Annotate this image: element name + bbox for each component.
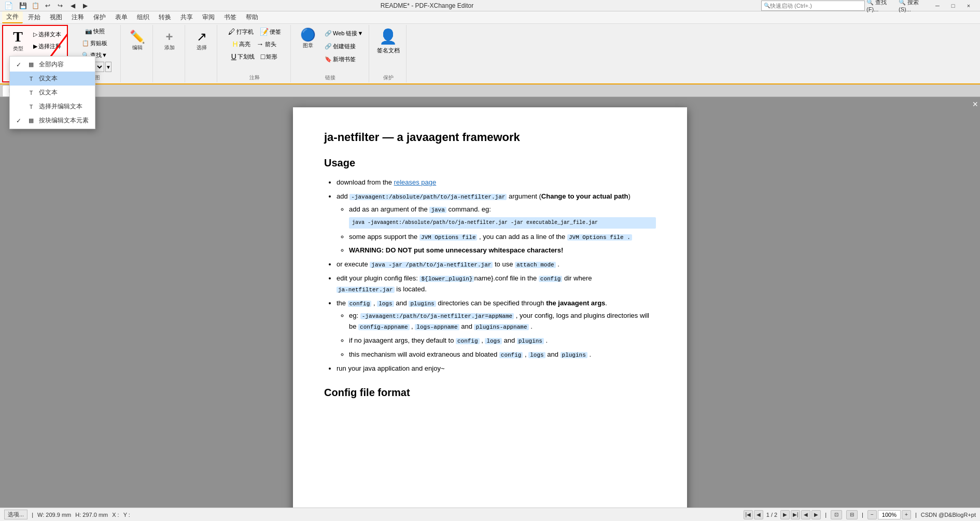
releases-page-link[interactable]: releases page (394, 178, 437, 186)
highlight-label: 高亮 (239, 40, 250, 48)
close-btn[interactable]: × (961, 1, 976, 10)
panel-close-btn[interactable]: × (972, 99, 978, 110)
dropdown-label-block-edit: 按块编辑文本元素 (39, 116, 89, 125)
ribbon-btn-note[interactable]: 📝 便签 (257, 26, 284, 37)
qa-save-btn[interactable]: 💾 (17, 0, 29, 11)
pdf-subitem-mechanism: this mechanism will avoid extraneous and… (349, 349, 656, 360)
add-label: 添加 (164, 44, 175, 51)
ribbon-btn-edit[interactable]: ✏️ 编辑 (127, 28, 148, 53)
menu-bookmark[interactable]: 书签 (220, 12, 241, 23)
menu-convert[interactable]: 转换 (155, 12, 175, 23)
pdf-list-item-directories: the config , logs and plugins directorie… (337, 298, 656, 360)
ribbon-btn-bookmark[interactable]: 🔖 新增书签 (322, 54, 366, 65)
menu-review[interactable]: 审阅 (198, 12, 219, 23)
ribbon-btn-create-link[interactable]: 🔗 创建链接 (322, 41, 366, 52)
fit-width-btn[interactable]: ⊟ (846, 510, 858, 519)
status-separator-4: | (915, 512, 917, 518)
maximize-btn[interactable]: □ (946, 1, 960, 10)
ribbon-btn-highlight[interactable]: H 高亮 (230, 38, 253, 50)
window-title: README* - PDF-XChange Editor (93, 2, 761, 9)
ribbon-btn-select-annotation[interactable]: ▶ 选择注释 (31, 41, 64, 52)
status-left: 选项... | W: 209.9 mm H: 297.0 mm X : Y : (4, 510, 737, 519)
ribbon-btn-select[interactable]: ↗ 选择 (191, 28, 212, 53)
quick-launch-search[interactable]: 🔍 (761, 1, 865, 11)
ribbon-btn-snapshot[interactable]: 📷 快照 (82, 26, 107, 37)
menu-annotate[interactable]: 注释 (67, 12, 88, 23)
qa-undo-btn[interactable]: ↩ (42, 0, 53, 11)
zoom-input[interactable] (878, 510, 901, 519)
find-btn[interactable]: 🔍 查找(F)... (866, 0, 897, 11)
dropdown-item-all[interactable]: ✓ ▦ 全部内容 (10, 58, 95, 72)
status-separator-1: | (32, 512, 33, 518)
protection-group-label: 保护 (383, 73, 394, 81)
code-plugins: plugins (409, 301, 436, 307)
nav-next-btn[interactable]: ▶ (780, 510, 790, 519)
ribbon-row-tools-top: T 类型 ▷ 选择文本 ▶ 选择注释 (6, 27, 64, 54)
ribbon-btn-select-text[interactable]: ▷ 选择文本 (31, 29, 64, 40)
zoom-in-btn[interactable]: + (902, 510, 911, 519)
dropdown-item-block-edit[interactable]: ✓ ▦ 按块编辑文本元素 (10, 114, 95, 128)
menu-share[interactable]: 共享 (176, 12, 197, 23)
ribbon-btn-typewriter[interactable]: 🖊 打字机 (226, 26, 256, 37)
bookmark-icon: 🔖 (325, 56, 332, 63)
minimize-btn[interactable]: ─ (930, 1, 945, 10)
note-icon: 📝 (260, 27, 269, 36)
code-logs: logs (377, 301, 394, 307)
search-btn[interactable]: 🔍 搜索(S)... (898, 0, 929, 11)
zoom-control: − + (867, 510, 911, 519)
page-info: 1 / 2 (764, 512, 779, 518)
nav-first-btn[interactable]: |◀ (744, 510, 753, 519)
tab-bar: README * × + (0, 85, 980, 97)
bookmark-label: 新增书签 (333, 55, 356, 63)
person-icon: 👤 (379, 28, 397, 45)
ribbon-btn-clipboard[interactable]: 📋 剪贴板 (79, 38, 110, 49)
edit-label: 编辑 (132, 44, 143, 51)
ribbon-group-annotation: 🖊 打字机 📝 便签 H 高亮 → 箭头 U 下划线 □ (218, 25, 291, 82)
ribbon-btn-type[interactable]: T 类型 (6, 27, 30, 54)
stamp-icon: 🔵 (300, 27, 316, 42)
menu-protect[interactable]: 保护 (89, 12, 110, 23)
ribbon-btn-web-link[interactable]: 🔗 Web 链接▼ (322, 28, 366, 39)
menu-organize[interactable]: 组织 (133, 12, 153, 23)
checkmark-all: ✓ (16, 61, 23, 68)
ribbon-btn-rect[interactable]: □ 矩形 (258, 51, 280, 62)
nav-forward-btn[interactable]: ▶ (811, 510, 821, 519)
menu-help[interactable]: 帮助 (242, 12, 262, 23)
zoom-dropdown-btn[interactable]: ▼ (105, 62, 111, 72)
dropdown-label-select-edit: 选择并编辑文本 (39, 102, 82, 111)
pdf-subitem-warning: WARNING: DO NOT put some unnecessary whi… (349, 245, 656, 256)
dropdown-item-select-edit[interactable]: T 选择并编辑文本 (10, 100, 95, 114)
menu-form[interactable]: 表单 (111, 12, 132, 23)
qa-forward-btn[interactable]: ▶ (79, 0, 91, 11)
pdf-sublist-2: eg: -javaagent:/path/to/ja-netfilter.jar… (337, 311, 656, 360)
quick-access-toolbar: 💾 📋 ↩ ↪ ◀ ▶ (15, 0, 93, 11)
nav-prev-btn[interactable]: ◀ (754, 510, 763, 519)
ribbon-group-protection: 👤 签名文档 保护 (370, 25, 407, 82)
code-config-dir: config (539, 276, 563, 282)
dropdown-item-text-only-1[interactable]: T 仅文本 (10, 72, 95, 86)
dropdown-item-text-only-2[interactable]: T 仅文本 (10, 86, 95, 100)
nav-last-btn[interactable]: ▶| (791, 510, 800, 519)
menu-file[interactable]: 文件 (2, 11, 23, 23)
search-input[interactable] (770, 3, 848, 9)
qa-clipboard-btn[interactable]: 📋 (30, 0, 41, 11)
ribbon-group-edit: ✏️ 编辑 (122, 25, 153, 82)
bold-javaagent-args: the javaagent args (546, 299, 605, 307)
dropdown-menu: ✓ ▦ 全部内容 T 仅文本 T 仅文本 T 选择并编辑文本 ✓ ▦ 按块编辑文… (9, 56, 95, 129)
qa-back-btn[interactable]: ◀ (67, 0, 78, 11)
pdf-subitem-jvm-options: some apps support the JVM Options file ,… (349, 232, 656, 243)
ribbon-btn-underline[interactable]: U 下划线 (229, 51, 257, 62)
select-mode-btn[interactable]: 选项... (4, 510, 27, 519)
fit-page-btn[interactable]: ⊡ (831, 510, 842, 519)
ribbon-btn-arrow[interactable]: → 箭头 (254, 38, 279, 50)
nav-back-btn[interactable]: ◀ (801, 510, 810, 519)
code-jvm-options-file: JVM Options file (419, 234, 478, 241)
ribbon-btn-stamp[interactable]: 🔵 图章 (295, 26, 321, 51)
menu-view[interactable]: 视图 (46, 12, 66, 23)
ribbon-btn-sign-doc[interactable]: 签名文档 (374, 45, 402, 56)
menu-start[interactable]: 开始 (24, 12, 45, 23)
qa-redo-btn[interactable]: ↪ (54, 0, 66, 11)
zoom-out-btn[interactable]: − (867, 510, 877, 519)
ribbon-btn-add[interactable]: + 添加 (159, 28, 180, 53)
status-height: H: 297.0 mm (75, 512, 108, 518)
